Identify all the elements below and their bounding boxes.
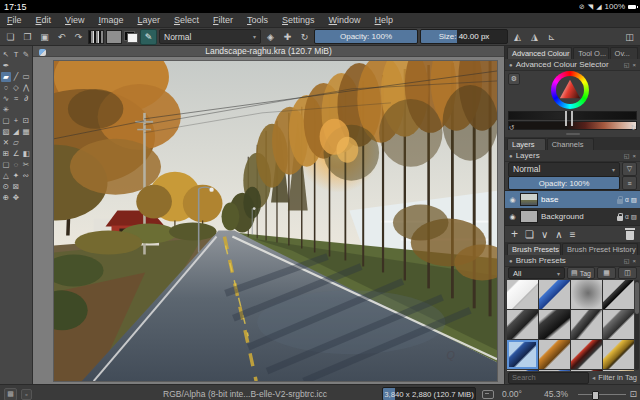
fit-canvas-icon[interactable]: ⊡ bbox=[629, 385, 637, 400]
tool-move[interactable]: + bbox=[11, 116, 21, 126]
brush-preset-charcoal-b[interactable] bbox=[539, 310, 570, 339]
tool-select-similar[interactable]: ✦ bbox=[11, 171, 21, 181]
selection-status-icon[interactable]: ▩ bbox=[4, 388, 17, 400]
pattern-swatch[interactable] bbox=[106, 30, 122, 44]
alpha-icon[interactable]: α bbox=[625, 196, 629, 203]
filter-in-tag-label[interactable]: Filter in Tag bbox=[598, 373, 637, 382]
move-layer-up-button[interactable]: ∧ bbox=[555, 229, 562, 240]
layer-thumbnail[interactable] bbox=[520, 210, 538, 223]
blending-mode-dropdown[interactable]: Normal ▾ bbox=[159, 29, 261, 44]
common-colors-bar[interactable] bbox=[508, 121, 637, 130]
move-layer-down-button[interactable]: ∨ bbox=[541, 229, 548, 240]
tool-pan[interactable]: ✥ bbox=[11, 193, 21, 203]
history-scroll-right[interactable]: ↻ bbox=[629, 124, 638, 131]
tool-assistants[interactable]: ⊞ bbox=[1, 149, 11, 159]
brush-preset-pencil-yellow[interactable] bbox=[603, 340, 634, 369]
tool-select-bezier[interactable]: ∾ bbox=[21, 171, 31, 181]
close-docker-icon[interactable]: × bbox=[632, 258, 636, 264]
menu-tools[interactable]: Tools bbox=[240, 15, 275, 25]
tool-multibrush[interactable]: ✳ bbox=[1, 105, 11, 115]
layer-properties-button[interactable]: ≡ bbox=[570, 229, 576, 240]
canvas-angle-label[interactable]: 0.00° bbox=[502, 385, 522, 400]
history-scroll-left[interactable]: ↺ bbox=[507, 124, 516, 131]
color-selector-settings-button[interactable]: ⚙ bbox=[508, 73, 520, 85]
tool-select-magnetic[interactable]: ⊙ bbox=[1, 182, 11, 192]
duplicate-layer-button[interactable]: ❏ bbox=[525, 229, 534, 240]
zoom-slider[interactable] bbox=[578, 388, 626, 400]
menu-help[interactable]: Help bbox=[368, 15, 401, 25]
document-status-icon[interactable]: ▫ bbox=[21, 389, 32, 400]
detail-view-icon[interactable]: ◫ bbox=[618, 267, 637, 279]
tool-polyline[interactable]: ⋀ bbox=[21, 83, 31, 93]
tool-edit-shapes[interactable]: ✎ bbox=[21, 50, 31, 60]
float-docker-icon[interactable]: ◱ bbox=[624, 61, 630, 68]
tab-brush-presets[interactable]: Brush Presets bbox=[507, 243, 561, 255]
color-history-bar[interactable] bbox=[508, 111, 637, 120]
tool-colorize-mask[interactable]: ✕ bbox=[1, 138, 11, 148]
tab-advanced-colour-selector[interactable]: Advanced Colour Se... bbox=[507, 47, 572, 59]
tool-text[interactable]: T bbox=[11, 50, 21, 60]
layer-opacity-slider[interactable]: Opacity: 100% bbox=[508, 176, 620, 190]
tool-bezier-curve[interactable]: ∿ bbox=[1, 94, 11, 104]
tab-layers[interactable]: Layers bbox=[507, 138, 546, 150]
close-docker-icon[interactable]: × bbox=[632, 153, 636, 159]
tool-freehand-path[interactable]: ≈ bbox=[11, 94, 21, 104]
tool-measure[interactable]: ∠ bbox=[11, 149, 21, 159]
brush-preset-charcoal-d[interactable] bbox=[603, 310, 634, 339]
menu-filter[interactable]: Filter bbox=[206, 15, 240, 25]
brush-preset-blender-beige[interactable] bbox=[603, 370, 634, 371]
layer-list-menu-icon[interactable]: ≡ bbox=[622, 176, 637, 190]
tool-freehand-brush[interactable]: ▰ bbox=[1, 72, 11, 82]
toolbar-redo-button[interactable]: ↷ bbox=[71, 30, 86, 44]
canvas-title-bar[interactable]: Landscape-raghu.kra (120.7 MiB) bbox=[33, 46, 504, 57]
brush-grid-scrollbar[interactable] bbox=[635, 280, 639, 370]
tag-button[interactable]: ▤ Tag bbox=[567, 267, 595, 279]
tool-polygon[interactable]: ◇ bbox=[11, 83, 21, 93]
wrap-around-button[interactable]: ⊾ bbox=[544, 30, 559, 44]
brush-preset-charcoal-a[interactable] bbox=[507, 310, 538, 339]
close-docker-icon[interactable]: × bbox=[632, 62, 636, 68]
toolbar-save-document-button[interactable]: ▣ bbox=[37, 30, 52, 44]
color-history-strips[interactable]: ↺ ↻ bbox=[505, 109, 640, 131]
brush-preset-ink-pen[interactable] bbox=[603, 280, 634, 309]
tag-filter-dropdown[interactable]: All ▾ bbox=[508, 267, 565, 279]
brush-preset-bristle-orange[interactable] bbox=[539, 340, 570, 369]
tool-pattern-edit[interactable]: ▦ bbox=[21, 127, 31, 137]
add-layer-button[interactable]: + bbox=[511, 227, 518, 241]
toolbar-undo-button[interactable]: ↶ bbox=[54, 30, 69, 44]
tool-select-rectangular[interactable]: ▢ bbox=[1, 160, 11, 170]
toolbar-open-document-button[interactable]: ❐ bbox=[20, 30, 35, 44]
advanced-color-selector[interactable]: ⚙ bbox=[505, 71, 640, 109]
zoom-percent-label[interactable]: 45.3% bbox=[544, 385, 568, 400]
tab-tool-options[interactable]: Tool O... bbox=[573, 47, 608, 59]
menu-select[interactable]: Select bbox=[167, 15, 206, 25]
tool-zoom[interactable]: ⊕ bbox=[1, 193, 11, 203]
brush-preset-marker-blue2[interactable] bbox=[507, 370, 538, 371]
mirror-horizontal-button[interactable]: ◭ bbox=[510, 30, 525, 44]
brush-preset-charcoal-c[interactable] bbox=[571, 310, 602, 339]
preserve-alpha-button[interactable]: ✚ bbox=[280, 30, 295, 44]
brush-preset-marker-blue[interactable] bbox=[539, 280, 570, 309]
tool-rectangle[interactable]: ▭ bbox=[21, 72, 31, 82]
menu-image[interactable]: Image bbox=[91, 15, 130, 25]
menu-layer[interactable]: Layer bbox=[130, 15, 167, 25]
size-slider[interactable]: Size: 40.00 px bbox=[420, 29, 508, 44]
tool-select-polygonal[interactable]: △ bbox=[1, 171, 11, 181]
tab-brush-preset-history[interactable]: Brush Preset History bbox=[562, 243, 638, 255]
foreground-background-colors[interactable] bbox=[124, 31, 138, 43]
visibility-eye-icon[interactable]: ◉ bbox=[508, 213, 517, 221]
menu-view[interactable]: View bbox=[58, 15, 91, 25]
visibility-eye-icon[interactable]: ◉ bbox=[508, 196, 517, 204]
canvas-painting[interactable]: Q bbox=[53, 60, 498, 382]
menu-edit[interactable]: Edit bbox=[29, 15, 59, 25]
tool-transform[interactable]: ▢ bbox=[1, 116, 11, 126]
tool-line[interactable]: ╱ bbox=[11, 72, 21, 82]
tool-select-shapes[interactable]: ↖ bbox=[1, 50, 11, 60]
canvas-area[interactable]: Q bbox=[33, 57, 504, 385]
menu-file[interactable]: File bbox=[0, 15, 29, 25]
delete-layer-button[interactable] bbox=[626, 231, 634, 240]
inherit-alpha-icon[interactable]: ▨ bbox=[631, 213, 637, 221]
tool-color-sampler[interactable]: ◢ bbox=[11, 127, 21, 137]
tool-dynamic-brush[interactable]: ∂ bbox=[21, 94, 31, 104]
layer-thumbnail[interactable] bbox=[520, 193, 538, 206]
